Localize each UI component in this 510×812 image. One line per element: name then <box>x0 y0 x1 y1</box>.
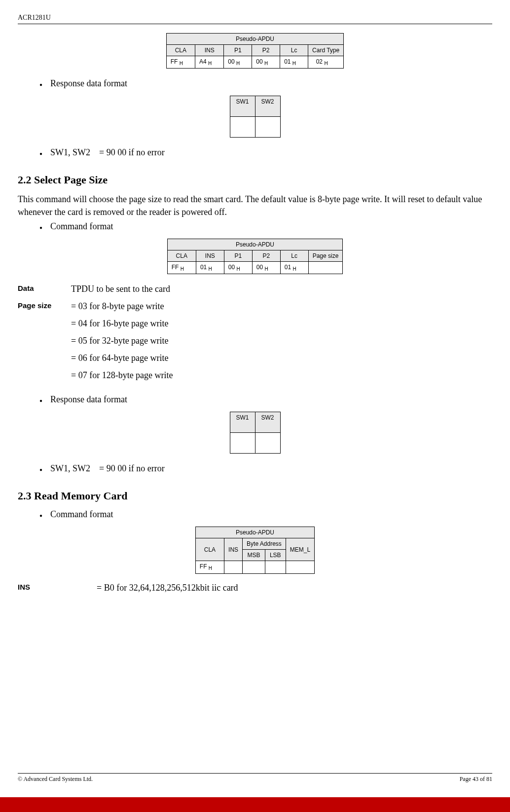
bullet-text: SW1, SW2 = 90 00 if no error <box>50 463 165 474</box>
def-data-label: Data <box>18 284 71 294</box>
t3-lsb <box>265 561 286 573</box>
t1-h-ins: INS <box>195 45 224 56</box>
bullet-icon: ● <box>39 80 42 90</box>
t3-meml <box>286 561 314 573</box>
def-ins-label: INS <box>18 583 97 593</box>
t3-h-cla: CLA <box>195 538 224 561</box>
section-2-3-title: 2.3 Read Memory Card <box>18 490 492 502</box>
bullet-icon: ● <box>39 223 42 233</box>
t2-pagesize <box>308 261 343 274</box>
section-2-2-title: 2.2 Select Page Size <box>18 174 492 186</box>
sw-table-1: SW1 SW2 <box>230 96 281 138</box>
ps-line-1: = 04 for 16-byte page write <box>71 318 173 329</box>
t1-title: Pseudo-APDU <box>166 34 343 45</box>
ps-line-3: = 06 for 64-byte page write <box>71 353 173 363</box>
t3-cla: FF H <box>195 561 224 573</box>
t2-h-ins: INS <box>196 250 224 261</box>
t1-p2: 00 H <box>252 56 280 69</box>
sw1-h: SW1 <box>230 96 255 117</box>
t2-h-p2: P2 <box>252 250 280 261</box>
sw1-cell <box>230 433 255 454</box>
bullet-text: Response data format <box>50 78 127 89</box>
t3-h-meml: MEM_L <box>286 538 314 561</box>
t2-h-lc: Lc <box>280 250 308 261</box>
t2-h-p1: P1 <box>224 250 252 261</box>
sw2-h: SW2 <box>255 412 280 433</box>
t2-title: Pseudo-APDU <box>167 239 343 250</box>
ps-line-2: = 05 for 32-byte page write <box>71 336 173 346</box>
t2-p1: 00 H <box>224 261 252 274</box>
page-footer: © Advanced Card Systems Ltd. Page 43 of … <box>18 773 492 783</box>
ps-line-4: = 07 for 128-byte page write <box>71 370 173 381</box>
bullet-text: Command format <box>50 509 113 520</box>
bullet-response-format-1: ● Response data format <box>39 78 492 90</box>
sw2-cell <box>255 433 280 454</box>
t3-h-msb: MSB <box>243 550 265 561</box>
t2-ins: 01 H <box>196 261 224 274</box>
t1-cla: FF H <box>166 56 195 69</box>
bullet-icon: ● <box>39 396 42 406</box>
t3-h-ins: INS <box>224 538 243 561</box>
bullet-text: Response data format <box>50 394 127 405</box>
t1-p1: 00 H <box>224 56 252 69</box>
bullet-text: SW1, SW2 = 90 00 if no error <box>50 147 165 158</box>
sw1-h: SW1 <box>230 412 255 433</box>
t1-lc: 01 H <box>280 56 308 69</box>
def-data: Data TPDU to be sent to the card <box>18 284 492 294</box>
def-pagesize: Page size = 03 for 8-byte page write = 0… <box>18 301 492 388</box>
bullet-icon: ● <box>39 511 42 521</box>
def-pagesize-body: = 03 for 8-byte page write = 04 for 16-b… <box>71 301 173 388</box>
t3-title: Pseudo-APDU <box>195 527 314 538</box>
sw2-h: SW2 <box>255 96 280 117</box>
def-pagesize-label: Page size <box>18 301 71 388</box>
t1-h-p2: P2 <box>252 45 280 56</box>
t2-lc: 01 H <box>280 261 308 274</box>
def-ins: INS = B0 for 32,64,128,256,512kbit iic c… <box>18 583 492 593</box>
t2-p2: 00 H <box>252 261 280 274</box>
bullet-cmd-format-1: ● Command format <box>39 221 492 233</box>
model-label: ACR1281U <box>18 14 51 21</box>
pseudo-apdu-table-3: Pseudo-APDU CLA INS Byte Address MEM_L M… <box>195 527 315 573</box>
t1-h-cardtype: Card Type <box>308 45 344 56</box>
bullet-icon: ● <box>39 149 42 159</box>
ps-line-0: = 03 for 8-byte page write <box>71 301 173 312</box>
t1-h-lc: Lc <box>280 45 308 56</box>
sw2-cell <box>255 117 280 138</box>
t2-h-pagesize: Page size <box>308 250 343 261</box>
t3-h-lsb: LSB <box>265 550 286 561</box>
pseudo-apdu-table-1: Pseudo-APDU CLA INS P1 P2 Lc Card Type F… <box>166 33 344 69</box>
bullet-cmd-format-2: ● Command format <box>39 509 492 521</box>
section-2-2-para: This command will choose the page size t… <box>18 193 492 218</box>
bullet-text: Command format <box>50 221 113 232</box>
bullet-response-format-2: ● Response data format <box>39 394 492 406</box>
footer-right: Page 43 of 81 <box>460 776 492 783</box>
def-ins-body: = B0 for 32,64,128,256,512kbit iic card <box>97 583 238 593</box>
def-data-body: TPDU to be sent to the card <box>71 284 170 294</box>
t2-cla: FF H <box>167 261 196 274</box>
t1-ins: A4 H <box>195 56 224 69</box>
t3-ins <box>224 561 243 573</box>
t1-h-p1: P1 <box>224 45 252 56</box>
sw1-cell <box>230 117 255 138</box>
t2-h-cla: CLA <box>167 250 196 261</box>
footer-left: © Advanced Card Systems Ltd. <box>18 776 93 783</box>
bullet-sw-noerror-1: ● SW1, SW2 = 90 00 if no error <box>39 147 492 159</box>
t1-cardtype: 02 H <box>308 56 344 69</box>
t3-msb <box>243 561 265 573</box>
pseudo-apdu-table-2: Pseudo-APDU CLA INS P1 P2 Lc Page size F… <box>167 239 343 274</box>
t3-h-byteaddr: Byte Address <box>243 538 286 550</box>
t1-h-cla: CLA <box>166 45 195 56</box>
sw-table-2: SW1 SW2 <box>230 412 281 454</box>
bullet-sw-noerror-2: ● SW1, SW2 = 90 00 if no error <box>39 463 492 475</box>
bullet-icon: ● <box>39 465 42 475</box>
page-header: ACR1281U <box>18 14 492 24</box>
